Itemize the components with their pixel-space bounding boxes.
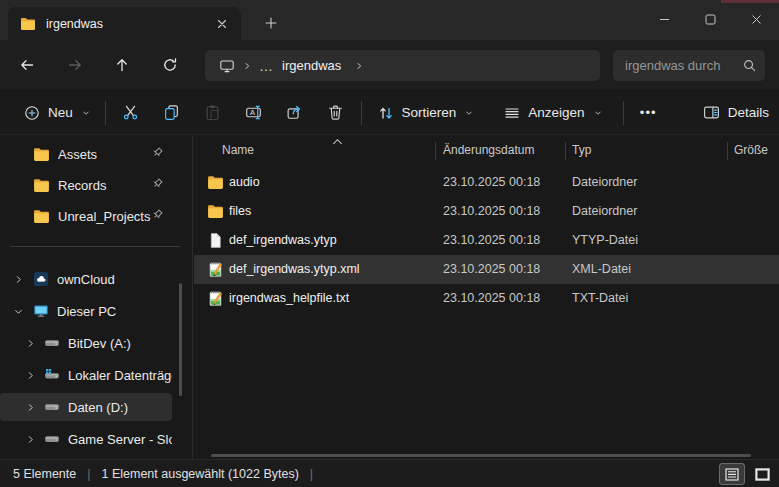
view-toggles <box>719 463 775 485</box>
address-bar[interactable]: … irgendwas <box>205 50 600 81</box>
toolbar-divider <box>105 101 106 125</box>
close-window-button[interactable] <box>733 0 779 38</box>
share-button[interactable] <box>274 95 315 131</box>
sidebar-item-bitdev-a[interactable]: BitDev (A:) <box>0 329 172 357</box>
back-button[interactable] <box>11 50 43 80</box>
pin-icon <box>151 146 164 162</box>
column-header-type[interactable]: Typ <box>572 143 591 157</box>
view-button[interactable]: Anzeigen <box>494 95 612 131</box>
folder-icon <box>33 147 50 162</box>
plus-icon <box>265 17 277 29</box>
sidebar-item-label: BitDev (A:) <box>68 336 172 351</box>
thumbnail-view-icon <box>755 468 770 481</box>
cloud-icon <box>33 271 49 287</box>
forward-arrow-icon <box>67 57 83 73</box>
paste-icon <box>204 104 221 121</box>
item-count: 5 Elemente <box>13 467 76 481</box>
svg-text:A: A <box>250 108 255 117</box>
file-date: 23.10.2025 00:18 <box>443 233 540 247</box>
file-name: irgendwas_helpfile.txt <box>229 291 349 305</box>
window-controls <box>641 0 779 38</box>
file-row-def-irgendwas-ytyp-xml[interactable]: def_irgendwas.ytyp.xml 23.10.2025 00:18 … <box>194 255 779 284</box>
chevron-right-icon[interactable] <box>25 434 36 445</box>
new-button-label: Neu <box>48 105 73 120</box>
chevron-right-icon[interactable] <box>13 274 24 285</box>
sidebar-item-label: Unreal_Projects <box>58 209 151 224</box>
sidebar-item-lokaler-datentraeger[interactable]: Lokaler Datenträger ( <box>0 361 172 389</box>
refresh-button[interactable] <box>154 50 186 80</box>
folder-icon <box>33 209 50 224</box>
details-pane-label: Details <box>728 105 769 120</box>
new-button[interactable]: Neu <box>14 95 101 131</box>
chevron-down-icon <box>81 108 91 118</box>
file-row-files[interactable]: files 23.10.2025 00:18 Dateiordner <box>194 197 779 226</box>
sort-button[interactable]: Sortieren <box>368 95 485 131</box>
monitor-icon <box>33 303 49 319</box>
search-icon <box>742 58 757 73</box>
details-view-button[interactable] <box>719 463 745 485</box>
file-date: 23.10.2025 00:18 <box>443 175 540 189</box>
breadcrumb-ellipsis[interactable]: … <box>259 58 274 74</box>
sidebar-item-label: Lokaler Datenträger ( <box>68 368 172 383</box>
search-box[interactable]: irgendwas durch <box>613 50 765 81</box>
thumbnail-view-button[interactable] <box>749 463 775 485</box>
sidebar-item-owncloud[interactable]: ownCloud <box>0 265 172 293</box>
cut-button[interactable] <box>110 95 151 131</box>
minimize-button[interactable] <box>641 0 687 38</box>
close-icon <box>217 19 227 29</box>
folder-icon <box>33 178 50 193</box>
forward-button[interactable] <box>59 50 91 80</box>
paste-button[interactable] <box>192 95 233 131</box>
status-divider: | <box>87 467 90 481</box>
file-type: Dateiordner <box>572 175 637 189</box>
sidebar-item-unreal-projects[interactable]: Unreal_Projects <box>0 202 172 230</box>
chevron-right-icon[interactable] <box>25 338 36 349</box>
sidebar-item-game-server[interactable]: Game Server - Slow ( <box>0 425 172 453</box>
file-date: 23.10.2025 00:18 <box>443 204 540 218</box>
sidebar-item-daten-d[interactable]: Daten (D:) <box>0 393 172 421</box>
status-bar: 5 Elemente | 1 Element ausgewählt (1022 … <box>0 459 779 487</box>
new-tab-button[interactable] <box>258 10 284 36</box>
column-divider[interactable] <box>565 142 566 160</box>
copy-button[interactable] <box>151 95 192 131</box>
column-divider[interactable] <box>727 142 728 160</box>
view-button-label: Anzeigen <box>528 105 584 120</box>
rename-button[interactable]: A <box>233 95 274 131</box>
column-header-size[interactable]: Größe <box>734 143 768 157</box>
sidebar-item-dieser-pc[interactable]: Dieser PC <box>0 297 172 325</box>
more-options-button[interactable]: ••• <box>628 95 669 131</box>
column-header-date[interactable]: Änderungsdatum <box>443 143 534 157</box>
column-divider[interactable] <box>435 142 436 160</box>
sidebar-item-assets[interactable]: Assets <box>0 140 172 168</box>
back-arrow-icon <box>19 57 35 73</box>
chevron-right-icon[interactable] <box>25 370 36 381</box>
file-row-audio[interactable]: audio 23.10.2025 00:18 Dateiordner <box>194 168 779 197</box>
sidebar-item-records[interactable]: Records <box>0 171 172 199</box>
search-input[interactable]: irgendwas durch <box>625 58 742 73</box>
tab-close-button[interactable] <box>211 13 233 35</box>
file-row-def-irgendwas-ytyp[interactable]: def_irgendwas.ytyp 23.10.2025 00:18 YTYP… <box>194 226 779 255</box>
chevron-down-icon <box>464 108 474 118</box>
chevron-down-icon[interactable] <box>13 306 24 317</box>
file-explorer-window: irgendwas <box>0 0 779 487</box>
file-type: XML-Datei <box>572 262 631 276</box>
up-arrow-icon <box>114 57 130 73</box>
breadcrumb-current-folder[interactable]: irgendwas <box>282 58 341 73</box>
up-button[interactable] <box>106 50 138 80</box>
sidebar: Assets Records Unreal_Projects ownCloud <box>0 136 193 459</box>
column-header-name[interactable]: Name <box>222 143 254 157</box>
chevron-right-icon[interactable] <box>25 402 36 413</box>
breadcrumb-chevron-icon[interactable] <box>354 61 364 71</box>
delete-button[interactable] <box>315 95 356 131</box>
sidebar-scrollbar[interactable] <box>179 283 182 396</box>
sidebar-divider <box>10 246 180 247</box>
toolbar-divider <box>623 101 624 125</box>
drive-icon <box>44 335 60 351</box>
details-pane-button[interactable]: Details <box>693 95 779 131</box>
copy-icon <box>163 104 180 121</box>
file-row-irgendwas-helpfile-txt[interactable]: irgendwas_helpfile.txt 23.10.2025 00:18 … <box>194 284 779 313</box>
maximize-button[interactable] <box>687 0 733 38</box>
tab-irgendwas[interactable]: irgendwas <box>8 7 241 40</box>
horizontal-scrollbar[interactable] <box>211 454 751 457</box>
pin-icon <box>151 208 164 224</box>
